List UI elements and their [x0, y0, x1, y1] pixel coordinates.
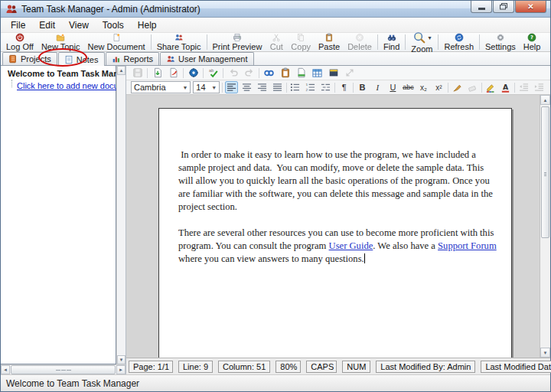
- tab-notes[interactable]: Notes: [58, 52, 105, 66]
- toolbar-label: Print Preview: [213, 42, 262, 51]
- delete-circle-icon: [353, 33, 367, 42]
- help-button[interactable]: ? Help: [520, 33, 545, 51]
- scroll-up-icon[interactable]: ▲: [540, 95, 550, 105]
- italic-button[interactable]: I: [371, 81, 384, 93]
- bold-button[interactable]: B: [356, 81, 369, 93]
- tab-reports[interactable]: Reports: [106, 52, 160, 65]
- help-icon: ?: [525, 33, 539, 42]
- title-bar[interactable]: Team Task Manager - Admin (Administrator…: [1, 1, 550, 18]
- print-preview-button[interactable]: Print Preview: [209, 33, 266, 51]
- outdent-icon: [519, 83, 529, 92]
- menu-tools[interactable]: Tools: [96, 18, 131, 33]
- zoom-button[interactable]: ▾ Zoom: [407, 33, 436, 51]
- pilcrow-button[interactable]: ¶: [337, 81, 350, 93]
- align-center-button[interactable]: [240, 81, 253, 93]
- menu-edit[interactable]: Edit: [32, 18, 62, 33]
- scroll-down-icon[interactable]: ▼: [540, 348, 550, 358]
- new-topic-button[interactable]: New Topic: [37, 33, 84, 51]
- folder-icon: [54, 33, 67, 42]
- zoom-dropdown-caret-icon[interactable]: ▾: [428, 34, 431, 41]
- format-painter-button[interactable]: [451, 81, 464, 93]
- align-right-button[interactable]: [256, 81, 269, 93]
- insert-table-button[interactable]: [311, 67, 324, 79]
- new-document-button[interactable]: New Document: [83, 33, 148, 51]
- settings-button[interactable]: Settings: [481, 33, 520, 51]
- bookmark-button[interactable]: [327, 67, 340, 79]
- tab-user-management[interactable]: User Management: [160, 52, 254, 65]
- save-button: [131, 67, 144, 79]
- page-break-button[interactable]: [295, 67, 308, 79]
- scroll-right-icon[interactable]: ►: [116, 365, 126, 374]
- restore-button[interactable]: [493, 1, 514, 13]
- status-modified-date: Last Modified Date: 8/2/2010: [481, 361, 551, 373]
- tree-view[interactable]: Welcome to Team Task Manager ? Click her…: [1, 66, 116, 364]
- scroll-down-icon[interactable]: ▼: [117, 355, 126, 364]
- multilevel-list-button[interactable]: [319, 81, 332, 93]
- font-size-select[interactable]: 14▼: [193, 81, 220, 93]
- document-page[interactable]: In order to make it easy to learn how to…: [158, 108, 512, 358]
- font-color-button[interactable]: A: [499, 81, 512, 93]
- resize-icon: [344, 67, 355, 78]
- toolbar-separator: [203, 68, 204, 78]
- hyperlink-icon: [263, 67, 275, 79]
- superscript-button[interactable]: x²: [432, 81, 445, 93]
- eraser-icon: [468, 83, 478, 93]
- minimize-button[interactable]: [471, 1, 492, 13]
- support-forum-link[interactable]: Support Forum: [438, 240, 497, 251]
- tree-vertical-scrollbar[interactable]: ▲ ▼: [116, 66, 126, 364]
- underline-button[interactable]: U: [386, 81, 399, 93]
- projects-icon: [8, 54, 18, 64]
- share-topic-button[interactable]: Share Topic: [153, 33, 205, 51]
- import-button[interactable]: [151, 67, 164, 79]
- subscript-button[interactable]: x₂: [417, 81, 430, 93]
- bullet-list-button[interactable]: [289, 81, 302, 93]
- tree-root-row[interactable]: Welcome to Team Task Manager: [1, 66, 116, 79]
- export-pdf-button[interactable]: [167, 67, 180, 79]
- close-button[interactable]: ✕: [515, 1, 546, 13]
- menu-file[interactable]: File: [4, 18, 32, 33]
- user-guide-link[interactable]: User Guide: [329, 240, 373, 251]
- scroll-up-icon[interactable]: ▲: [117, 66, 126, 75]
- paste-special-button[interactable]: [279, 67, 292, 79]
- svg-text:ab: ab: [208, 68, 214, 73]
- align-justify-button[interactable]: [271, 81, 284, 93]
- menu-view[interactable]: View: [62, 18, 96, 33]
- scrollbar-thumb[interactable]: [541, 106, 549, 238]
- font-size-value: 14: [196, 83, 205, 92]
- main-toolbar: Log Off New Topic New Document Share Top…: [1, 33, 550, 52]
- find-button[interactable]: Find: [380, 33, 403, 51]
- font-name-select[interactable]: Cambria▼: [131, 81, 191, 93]
- decrease-indent-button: [517, 81, 530, 93]
- toolbar-separator: [259, 68, 259, 78]
- paste-button[interactable]: Paste: [315, 33, 344, 51]
- editor-vertical-scrollbar[interactable]: ▲ ▼: [540, 95, 550, 358]
- tree-child-row[interactable]: ? Click here to add new document: [1, 79, 116, 90]
- page-setup-button[interactable]: [187, 67, 200, 79]
- numbered-list-button[interactable]: 12: [304, 81, 317, 93]
- toolbar-separator: [479, 34, 480, 50]
- toolbar-separator: [377, 34, 378, 50]
- notes-icon: [64, 55, 73, 64]
- tab-projects[interactable]: Projects: [2, 52, 57, 65]
- clipboard-icon: [322, 33, 336, 42]
- hyperlink-button[interactable]: [262, 67, 276, 79]
- menu-help[interactable]: Help: [131, 18, 164, 33]
- toolbar-label: Cut: [270, 42, 283, 51]
- resize-button: [343, 67, 356, 79]
- spell-check-button[interactable]: ab: [207, 67, 220, 79]
- highlight-color-button[interactable]: [484, 81, 497, 93]
- undo-icon: [228, 67, 239, 78]
- toolbar-label: Log Off: [6, 42, 34, 51]
- document-icon: [109, 33, 123, 42]
- numbered-list-icon: 12: [305, 83, 315, 92]
- bookmark-icon: [328, 67, 339, 78]
- cut-button: Cut: [266, 33, 287, 51]
- refresh-button[interactable]: Refresh: [440, 33, 478, 51]
- align-left-button[interactable]: [225, 81, 238, 93]
- scroll-left-icon[interactable]: ◄: [1, 365, 10, 374]
- tree-horizontal-scrollbar[interactable]: ◄ ►: [1, 364, 126, 374]
- scrollbar-thumb[interactable]: [11, 365, 116, 374]
- logoff-button[interactable]: Log Off: [2, 33, 37, 51]
- strikethrough-button[interactable]: abc: [402, 81, 415, 93]
- highlighter-icon: [485, 83, 495, 93]
